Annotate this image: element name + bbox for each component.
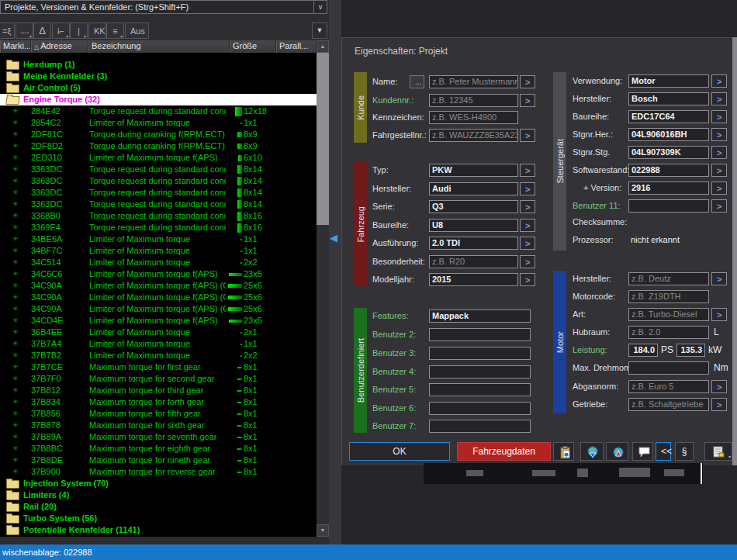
expand-button[interactable]: > — [711, 181, 727, 195]
expand-button[interactable]: > — [711, 398, 727, 411]
tree-folder-row[interactable]: Turbo System (56) — [0, 513, 317, 524]
collapse-chevrons-button[interactable]: << — [656, 442, 671, 461]
upload-globe-icon[interactable] — [606, 442, 628, 461]
table-row[interactable]: ✳2DF81CTorque during cranking f(RPM,ECT)… — [0, 129, 317, 140]
expand-button[interactable]: > — [711, 146, 727, 159]
axis-info-icon[interactable]: i⌐▾ — [52, 22, 70, 39]
table-row[interactable]: ✳3363DCTorque request during standard co… — [0, 199, 317, 210]
table-row[interactable]: ✳284E42Torque request during standard co… — [0, 105, 317, 117]
tree-folder-row[interactable]: Meine Kennfelder (3) — [0, 71, 317, 82]
input-field[interactable]: z.B. Schaltgetriebe — [628, 398, 709, 411]
column-header-gre[interactable]: Größe — [230, 40, 276, 53]
search-vehicle-data-button[interactable]: Fahrzeugdaten suchen — [457, 442, 551, 461]
aus-button[interactable]: Aus — [125, 22, 149, 39]
expand-button[interactable]: > — [520, 75, 535, 88]
column-header-parall[interactable]: Parall... — [276, 40, 317, 53]
input-field[interactable]: Q3 — [429, 200, 518, 213]
table-row[interactable]: ✳3363DCTorque request during standard co… — [0, 175, 317, 187]
panel-menu-button[interactable]: ▼ — [312, 22, 327, 39]
expand-button[interactable]: > — [520, 237, 535, 250]
input-field[interactable]: z.B. Euro 5 — [628, 380, 709, 393]
expand-button[interactable]: > — [711, 380, 727, 393]
input-field[interactable] — [429, 365, 531, 379]
input-field[interactable]: 04L906016BH — [628, 128, 709, 141]
link-compare-icon[interactable]: =ξ — [0, 22, 15, 39]
input-field[interactable]: PKW — [429, 164, 518, 177]
expand-button[interactable]: > — [520, 255, 535, 268]
tree-folder-row[interactable]: Injection System (70) — [0, 478, 317, 489]
column-header-adresse[interactable]: △Adresse — [31, 40, 88, 53]
expand-button[interactable]: > — [711, 164, 727, 177]
table-row[interactable]: ✳3363DCTorque request during standard co… — [0, 187, 317, 199]
input-field[interactable]: 04L907309K — [628, 146, 709, 159]
list-rows-icon[interactable]: ≡▾ — [106, 22, 124, 39]
background-scrollbar[interactable] — [732, 37, 737, 465]
table-row[interactable]: ✳2DF8D2Torque during cranking f(RPM,ECT)… — [0, 140, 317, 152]
table-row[interactable]: ✳34C514Limiter of Maximum torque2x2 — [0, 257, 317, 268]
ellipsis-button[interactable]: ... — [410, 75, 424, 88]
input-field[interactable]: U8 — [429, 219, 518, 232]
table-row[interactable]: ✳34C6C6Limiter of Maximum torque f(APS)2… — [0, 268, 317, 280]
tree-folder-row[interactable]: Potentielle Kennfelder (1141) — [0, 524, 317, 536]
scroll-down-button[interactable]: ▼ — [317, 524, 329, 537]
delta-icon[interactable]: Δ — [33, 22, 51, 39]
comment-icon[interactable] — [632, 442, 653, 461]
expand-button[interactable]: > — [711, 308, 727, 321]
input-field[interactable]: 2015 — [429, 273, 518, 286]
input-field[interactable]: z.B. Deutz — [628, 272, 709, 285]
table-row[interactable]: ✳2ED310Limiter of Maximum torque f(APS)6… — [0, 152, 317, 164]
collapse-panel-arrow-icon[interactable]: ◀ — [330, 233, 337, 243]
input-field[interactable]: z.B. Peter Mustermann — [429, 75, 518, 88]
tree-folder-row[interactable]: Hexdump (1) — [0, 59, 317, 71]
input-field[interactable]: z.B. R20 — [429, 255, 518, 268]
list-scrollbar-thumb[interactable] — [317, 53, 329, 225]
input-field[interactable]: 2916 — [628, 181, 709, 195]
input-field[interactable]: z.B. 2.0 — [628, 326, 709, 339]
expand-button[interactable]: > — [711, 199, 727, 213]
expand-button[interactable]: > — [711, 74, 727, 88]
input-field[interactable]: EDC17C64 — [628, 110, 709, 123]
map-markers-icon[interactable]: ▪▪▪▪▾ — [16, 22, 33, 39]
table-row[interactable]: ✳37B7A4Limiter of Maximum torque1x1 — [0, 338, 317, 350]
expand-button[interactable]: > — [520, 129, 535, 142]
table-row[interactable]: ✳34C90ALimiter of Maximum torque f(APS) … — [0, 292, 317, 303]
table-row[interactable]: ✳37B8BCMaximum torque for eighth gear8x1 — [0, 443, 317, 455]
input-field[interactable]: Bosch — [628, 92, 709, 105]
table-row[interactable]: ✳3368B0Torque request during standard co… — [0, 210, 317, 222]
table-row[interactable]: ✳37B900Maximum torque for reverse gear8x… — [0, 466, 317, 478]
column-header-marki[interactable]: Marki... — [0, 40, 31, 53]
table-row[interactable]: ✳37B834Maximum torque for forth gear8x1 — [0, 396, 317, 408]
tree-folder-row[interactable]: Air Control (5) — [0, 82, 317, 94]
expand-button[interactable]: > — [711, 272, 727, 285]
input-field[interactable]: z.B. WAUZZZ8E35A235 — [429, 129, 518, 142]
table-row[interactable]: ✳34CD4ELimiter of Maximum torque f(APS)2… — [0, 315, 317, 327]
table-row[interactable]: ✳34BE6ALimiter of Maximum torque1x1 — [0, 233, 317, 245]
input-field[interactable]: z.B. Turbo-Diesel — [628, 308, 709, 321]
expand-button[interactable]: > — [711, 92, 727, 105]
table-row[interactable]: ✳34C90ALimiter of Maximum torque f(APS) … — [0, 280, 317, 292]
flag-columns-icon[interactable]: |ŀ|▾ — [70, 22, 88, 39]
kk-icon[interactable]: KK — [88, 22, 106, 39]
input-field[interactable] — [628, 199, 709, 213]
tree-folder-row[interactable]: Limiters (4) — [0, 489, 317, 501]
paragraph-button[interactable]: § — [675, 442, 694, 461]
expand-button[interactable]: > — [520, 273, 535, 286]
table-row[interactable]: ✳37B89AMaximum torque for seventh gear8x… — [0, 431, 317, 443]
input-field[interactable]: 135.3 — [676, 344, 705, 357]
expand-button[interactable]: > — [711, 128, 727, 141]
table-row[interactable]: ✳36B4EELimiter of Maximum torque2x1 — [0, 327, 317, 338]
table-row[interactable]: ✳2854C2Limiter of Maximum torque1x1 — [0, 117, 317, 129]
table-row[interactable]: ✳37B7F0Maximum torque for second gear8x1 — [0, 373, 317, 385]
column-header-bezeichnung[interactable]: Bezeichnung — [88, 40, 230, 53]
table-row[interactable]: ✳34BF7CLimiter of Maximum torque1x1 — [0, 245, 317, 257]
table-row[interactable]: ✳34C90ALimiter of Maximum torque f(APS) … — [0, 303, 317, 315]
expand-button[interactable]: > — [520, 219, 535, 232]
input-field[interactable] — [429, 420, 531, 433]
input-field[interactable]: z.B. WES-H4900 — [429, 111, 518, 124]
table-row[interactable]: ✳37B7CEMaximum torque for first gear8x1 — [0, 361, 317, 373]
input-field[interactable]: Mappack — [429, 309, 531, 323]
input-field[interactable]: 2.0 TDI — [429, 237, 518, 250]
input-field[interactable]: z.B. 12345 — [429, 94, 518, 107]
expand-button[interactable]: > — [520, 182, 535, 195]
expand-button[interactable]: > — [711, 110, 727, 123]
